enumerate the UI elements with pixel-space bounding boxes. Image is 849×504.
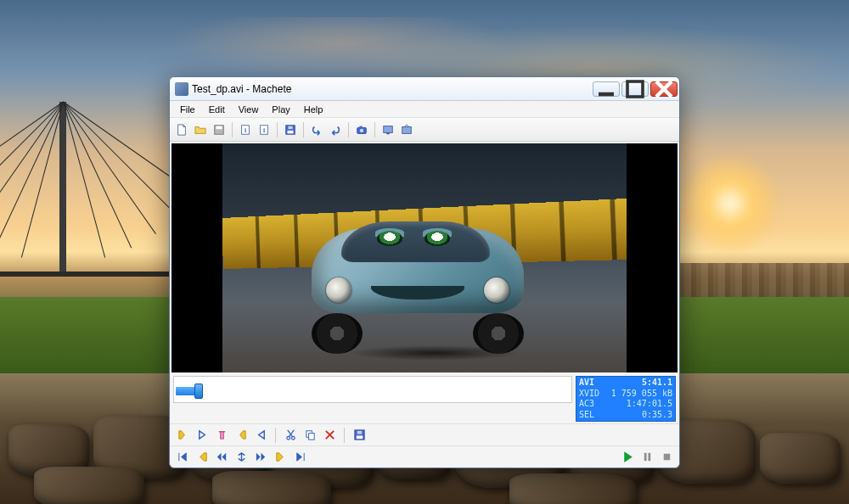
play-button[interactable]: [620, 450, 635, 465]
undo-icon[interactable]: [308, 121, 325, 138]
app-icon: [175, 82, 188, 96]
preview-icon[interactable]: [380, 121, 396, 138]
play-toolbar: [170, 445, 679, 468]
redo-icon[interactable]: [327, 121, 344, 138]
window-title: Test_dp.avi - Machete: [192, 83, 591, 95]
tv-icon[interactable]: [398, 121, 415, 138]
app-window: Test_dp.avi - Machete File Edit View Pla…: [169, 76, 680, 468]
step-back-icon[interactable]: [214, 450, 229, 465]
jump-out-icon[interactable]: [253, 428, 268, 443]
svg-rect-13: [359, 126, 363, 127]
svg-rect-16: [402, 126, 412, 133]
stream-info-icon[interactable]: i: [256, 121, 273, 138]
menu-help[interactable]: Help: [297, 103, 330, 116]
svg-rect-17: [220, 432, 223, 439]
jump-in-icon[interactable]: [194, 428, 210, 443]
next-keyframe-icon[interactable]: [273, 450, 288, 465]
svg-point-12: [360, 128, 363, 132]
menubar: File Edit View Play Help: [170, 101, 679, 118]
svg-rect-24: [357, 431, 362, 434]
maximize-button[interactable]: [621, 81, 649, 97]
open-folder-icon[interactable]: [192, 121, 209, 138]
menu-view[interactable]: View: [232, 103, 266, 116]
info-timecode: 5:41.1: [642, 378, 672, 389]
prev-keyframe-icon[interactable]: [194, 450, 210, 465]
svg-point-18: [286, 436, 290, 440]
svg-text:i: i: [245, 126, 246, 133]
svg-rect-15: [386, 132, 390, 134]
menu-edit[interactable]: Edit: [202, 103, 232, 116]
mark-out-icon[interactable]: [233, 428, 249, 443]
first-keyframe-icon[interactable]: [175, 450, 190, 465]
info-format: AVI: [579, 378, 594, 389]
pause-button[interactable]: [639, 450, 655, 465]
svg-rect-27: [663, 454, 670, 461]
menu-play[interactable]: Play: [265, 103, 296, 116]
svg-rect-23: [356, 435, 363, 439]
svg-rect-25: [644, 453, 646, 461]
copy-icon[interactable]: [302, 428, 318, 443]
mark-in-icon[interactable]: [175, 428, 190, 443]
keyframe-mid-icon[interactable]: [233, 450, 249, 465]
edit-toolbar: [170, 423, 679, 445]
stop-button[interactable]: [659, 450, 674, 465]
file-info-icon[interactable]: i: [237, 121, 254, 138]
svg-text:i: i: [263, 126, 265, 133]
last-keyframe-icon[interactable]: [292, 450, 307, 465]
seek-bar[interactable]: [173, 376, 572, 403]
info-panel: AVI5:41.1 XVID1 759 055 kB AC31:47:01.5 …: [576, 376, 676, 422]
minimize-button[interactable]: [593, 81, 620, 97]
menu-file[interactable]: File: [173, 103, 202, 116]
new-file-icon[interactable]: [173, 121, 190, 138]
video-viewport[interactable]: [171, 143, 678, 372]
cut-icon[interactable]: [283, 428, 298, 443]
delete-icon[interactable]: [322, 428, 337, 443]
close-button[interactable]: [650, 81, 678, 97]
titlebar[interactable]: Test_dp.avi - Machete: [170, 77, 679, 101]
svg-rect-9: [288, 130, 294, 133]
svg-rect-10: [288, 126, 292, 129]
save-icon[interactable]: [211, 121, 228, 138]
svg-rect-1: [627, 81, 643, 97]
save-selection-icon[interactable]: [351, 428, 367, 443]
floppy-save-icon[interactable]: [282, 121, 299, 138]
svg-rect-14: [384, 126, 393, 132]
svg-rect-21: [308, 434, 314, 440]
main-toolbar: i i: [170, 118, 679, 142]
step-forward-icon[interactable]: [253, 450, 268, 465]
seek-thumb[interactable]: [194, 384, 203, 399]
svg-rect-26: [648, 453, 650, 461]
svg-rect-3: [216, 126, 222, 129]
snapshot-icon[interactable]: [353, 121, 370, 138]
video-frame: [222, 143, 627, 372]
clear-in-icon[interactable]: [214, 428, 229, 443]
svg-point-19: [291, 436, 295, 440]
